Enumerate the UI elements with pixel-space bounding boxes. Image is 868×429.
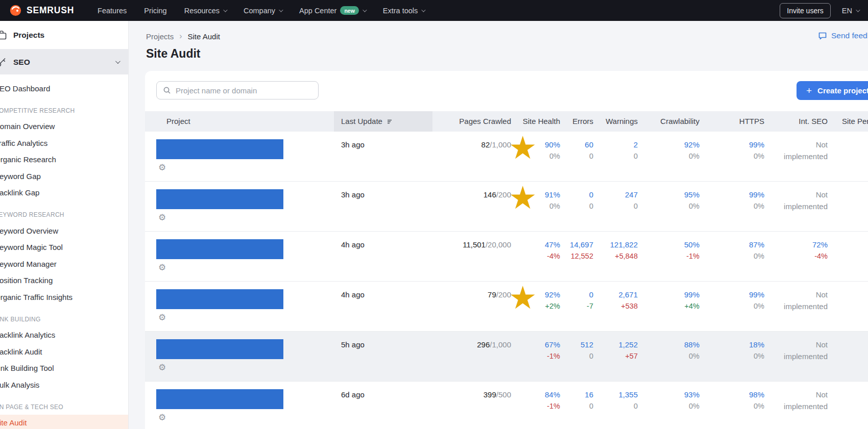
table-row: ⚙5h ago296/1,00067%-1%51201,252+5788%0%1… [145, 332, 868, 382]
chevron-down-icon [223, 8, 227, 12]
project-name-bar[interactable] [156, 339, 283, 359]
nav-item-company[interactable]: Company [244, 7, 282, 15]
sidebar-item-label: Organic Research [0, 155, 56, 164]
sidebar-item-seo[interactable]: SEO [0, 49, 128, 74]
project-name-bar[interactable] [156, 189, 283, 209]
sidebar-item-keyword-gap[interactable]: Keyword Gap [0, 168, 128, 185]
sidebar: Projects SEO SEO DashboardCOMPETITIVE RE… [0, 21, 129, 429]
search-input[interactable] [176, 86, 312, 95]
int-seo-cell: Notimplemented [751, 290, 828, 312]
sidebar-item-link-building-tool[interactable]: Link Building Tool [0, 360, 128, 377]
settings-gear-icon[interactable]: ⚙ [158, 413, 166, 422]
chevron-down-icon [856, 8, 860, 12]
int-seo-line: implemented [751, 202, 828, 212]
sidebar-projects-label: Projects [13, 31, 44, 40]
brand-wordmark: SEMRUSH [27, 5, 74, 16]
nav-item-label: Pricing [144, 7, 166, 15]
sidebar-item-site-audit[interactable]: Site Audit [0, 415, 128, 429]
table-row: ⚙4h ago11,501/20,00047%-4%14,69712,55212… [145, 232, 868, 282]
sidebar-item-label: Organic Traffic Insights [0, 293, 73, 301]
sidebar-item-label: Domain Overview [0, 122, 55, 131]
table-row: ⚙4h ago79/200★92%+2%0-72,671+53899%+4%99… [145, 282, 868, 332]
sidebar-item-label: Traffic Analytics [0, 139, 47, 147]
top-navigation-bar: SEMRUSH FeaturesPricingResourcesCompanyA… [0, 0, 868, 21]
sidebar-item-keyword-manager[interactable]: Keyword Manager [0, 256, 128, 272]
last-update-cell: 5h ago [341, 340, 365, 349]
sidebar-item-organic-research[interactable]: Organic Research [0, 152, 128, 168]
sidebar-item-backlink-gap[interactable]: Backlink Gap [0, 185, 128, 201]
sidebar-item-domain-overview[interactable]: Domain Overview [0, 118, 128, 135]
project-name-bar[interactable] [156, 389, 283, 409]
chevron-down-icon [363, 8, 367, 12]
column-header-int-seo[interactable]: Int. SEO [751, 117, 828, 125]
int-seo-line: Not [751, 140, 828, 150]
nav-item-label: Features [98, 7, 127, 15]
settings-gear-icon[interactable]: ⚙ [158, 263, 166, 272]
send-feedback-link[interactable]: Send feedback [818, 31, 868, 40]
column-header-site-performance[interactable]: Site Performance [842, 117, 868, 125]
breadcrumb-current: Site Audit [188, 32, 220, 41]
settings-gear-icon[interactable]: ⚙ [158, 313, 166, 322]
main-content: Projects › Site Audit Send feedback Site… [129, 21, 868, 429]
projects-card: + Create project Project Last Update Pag… [145, 71, 868, 429]
sidebar-item-organic-traffic-insights[interactable]: Organic Traffic Insights [0, 289, 128, 306]
language-label: EN [842, 7, 852, 15]
seo-key-icon [0, 56, 8, 68]
project-name-bar[interactable] [156, 289, 283, 309]
sidebar-item-backlink-audit[interactable]: Backlink Audit [0, 343, 128, 360]
semrush-brand[interactable]: SEMRUSH [9, 4, 74, 17]
sidebar-item-bulk-analysis[interactable]: Bulk Analysis [0, 376, 128, 393]
sidebar-item-backlink-analytics[interactable]: Backlink Analytics [0, 327, 128, 344]
sidebar-item-projects[interactable]: Projects [0, 21, 128, 49]
int-seo-line: Not [751, 290, 828, 300]
metric-value[interactable]: 72% [751, 240, 828, 250]
sidebar-item-label: Site Audit [0, 418, 27, 427]
int-seo-line: implemented [751, 302, 828, 312]
project-name-bar[interactable] [156, 139, 283, 159]
sidebar-section-on-page-tech-seo: ON PAGE & TECH SEO [0, 399, 128, 415]
sidebar-item-seo-dashboard[interactable]: SEO Dashboard [0, 80, 128, 97]
int-seo-cell: Notimplemented [751, 190, 828, 212]
breadcrumb-projects-link[interactable]: Projects [146, 32, 174, 41]
briefcase-icon [0, 29, 8, 41]
sidebar-item-traffic-analytics[interactable]: Traffic Analytics [0, 135, 128, 152]
nav-item-resources[interactable]: Resources [184, 7, 226, 15]
int-seo-cell: Notimplemented [751, 390, 828, 412]
project-name-bar[interactable] [156, 239, 283, 259]
nav-item-app-center[interactable]: App Centernew [299, 6, 366, 15]
nav-item-label: App Center [299, 7, 336, 15]
int-seo-line: implemented [751, 352, 828, 362]
nav-item-pricing[interactable]: Pricing [144, 7, 166, 15]
sidebar-section-label: KEYWORD RESEARCH [0, 211, 64, 218]
table-header: Project Last Update Pages Crawled Site H… [145, 111, 868, 132]
nav-item-features[interactable]: Features [98, 7, 127, 15]
sidebar-item-position-tracking[interactable]: Position Tracking [0, 272, 128, 289]
create-project-label: Create project [817, 86, 868, 95]
int-seo-cell: Notimplemented [751, 140, 828, 162]
chevron-down-icon [421, 8, 425, 12]
breadcrumb-separator-icon: › [179, 32, 182, 41]
settings-gear-icon[interactable]: ⚙ [158, 163, 166, 172]
metric-delta: -4% [751, 252, 828, 260]
table-row: ⚙3h ago146/200★91%0%00247095%0%99%0%Noti… [145, 182, 868, 232]
sidebar-item-label: Position Tracking [0, 276, 53, 285]
language-selector[interactable]: EN [842, 7, 859, 15]
sidebar-item-keyword-overview[interactable]: Keyword Overview [0, 222, 128, 239]
column-header-last-update[interactable]: Last Update [341, 117, 393, 125]
sidebar-item-label: Keyword Manager [0, 260, 57, 268]
nav-item-label: Resources [184, 7, 220, 15]
create-project-button[interactable]: + Create project [797, 81, 868, 100]
nav-item-extra-tools[interactable]: Extra tools [383, 7, 425, 15]
invite-users-button[interactable]: Invite users [780, 3, 831, 18]
project-search [156, 81, 319, 99]
sidebar-section-keyword-research: KEYWORD RESEARCH [0, 207, 128, 222]
column-header-project[interactable]: Project [166, 117, 190, 125]
settings-gear-icon[interactable]: ⚙ [158, 363, 166, 372]
last-update-cell: 4h ago [341, 290, 365, 299]
sidebar-item-keyword-magic-tool[interactable]: Keyword Magic Tool [0, 239, 128, 256]
pages-crawled-value[interactable]: 11,501 [463, 240, 486, 249]
int-seo-cell: Notimplemented [751, 340, 828, 362]
breadcrumb: Projects › Site Audit [146, 32, 220, 41]
topnav-items: FeaturesPricingResourcesCompanyApp Cente… [98, 6, 424, 15]
settings-gear-icon[interactable]: ⚙ [158, 213, 166, 222]
